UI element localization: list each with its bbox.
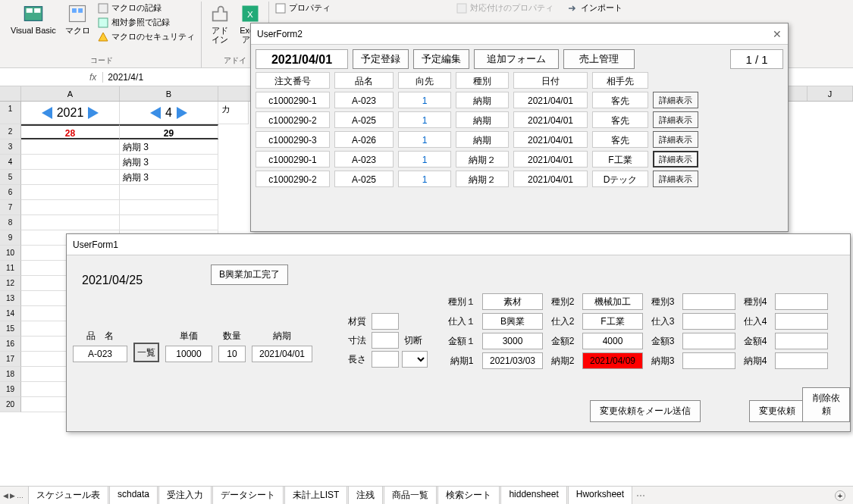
- grid-cell[interactable]: [120, 185, 218, 200]
- userform2-close-icon[interactable]: ✕: [773, 28, 782, 40]
- uf1-amt1-input[interactable]: [482, 333, 543, 349]
- uf2-detail-button[interactable]: 詳細表示: [653, 92, 698, 108]
- grid-cell[interactable]: 納期 3: [120, 139, 218, 155]
- new-sheet-button[interactable]: +: [835, 490, 845, 501]
- name-box[interactable]: [0, 70, 83, 84]
- row-header-6[interactable]: 6: [0, 185, 21, 200]
- uf2-register-button[interactable]: 予定登録: [353, 49, 409, 69]
- row-header-16[interactable]: 16: [0, 337, 21, 352]
- uf1-due1-input[interactable]: [482, 352, 543, 369]
- record-macro-button[interactable]: マクロの記録: [96, 2, 196, 14]
- import-button[interactable]: インポート: [566, 2, 624, 14]
- sheet-tab[interactable]: Hworksheet: [568, 486, 632, 505]
- row-header-4[interactable]: 4: [0, 155, 21, 170]
- grid-cell[interactable]: [120, 215, 218, 230]
- row-header-12[interactable]: 12: [0, 276, 21, 291]
- row-header-15[interactable]: 15: [0, 321, 21, 337]
- row-header-11[interactable]: 11: [0, 261, 21, 276]
- uf1-qty-input[interactable]: [218, 346, 246, 362]
- uf1-change-button[interactable]: 変更依頼: [749, 400, 805, 422]
- row-header-20[interactable]: 20: [0, 397, 21, 412]
- uf1-buy3-input[interactable]: [682, 313, 735, 330]
- relative-ref-button[interactable]: 相対参照で記録: [96, 16, 196, 29]
- uf1-cut-select[interactable]: [402, 351, 428, 368]
- uf1-dim-input[interactable]: [372, 332, 399, 349]
- uf1-delete-button[interactable]: 削除依頼: [802, 387, 850, 422]
- uf1-type2-input[interactable]: [582, 293, 643, 310]
- uf1-buy1-input[interactable]: [482, 313, 543, 330]
- sheet-tab[interactable]: 商品一覧: [384, 486, 437, 505]
- uf1-type4-input[interactable]: [775, 293, 828, 310]
- fx-icon[interactable]: fx: [83, 72, 103, 83]
- grid-cell[interactable]: [21, 139, 120, 155]
- uf2-detail-button[interactable]: 詳細表示: [653, 131, 698, 148]
- col-header-j[interactable]: J: [808, 86, 853, 101]
- grid-cell[interactable]: [21, 200, 120, 215]
- row-header-7[interactable]: 7: [0, 200, 21, 215]
- uf2-detail-button[interactable]: 詳細表示: [653, 151, 698, 167]
- sheet-tab[interactable]: スケジュール表: [28, 486, 108, 505]
- sheet-tab[interactable]: 注残: [348, 486, 383, 505]
- tab-nav-prev[interactable]: ▶: [10, 492, 15, 499]
- month-next-button[interactable]: [177, 107, 187, 119]
- uf1-len-input[interactable]: [372, 351, 399, 368]
- row-header-13[interactable]: 13: [0, 291, 21, 306]
- row-header-18[interactable]: 18: [0, 367, 21, 382]
- tab-nav-first[interactable]: ◀: [3, 492, 8, 499]
- select-all-cell[interactable]: [0, 86, 21, 101]
- uf2-sales-button[interactable]: 売上管理: [563, 49, 635, 69]
- row-header-14[interactable]: 14: [0, 306, 21, 321]
- uf1-amt4-input[interactable]: [775, 333, 828, 349]
- uf1-due4-input[interactable]: [775, 352, 828, 369]
- property-button[interactable]: プロパティ: [274, 2, 332, 14]
- uf1-list-button[interactable]: 一覧: [133, 343, 159, 362]
- uf1-type3-input[interactable]: [682, 293, 735, 310]
- uf1-mat-input[interactable]: [372, 313, 399, 330]
- uf2-edit-button[interactable]: 予定編集: [413, 49, 469, 69]
- uf1-due2-input[interactable]: [582, 352, 643, 369]
- uf1-bdone-button[interactable]: B興業加工完了: [211, 265, 288, 285]
- addin-button[interactable]: アド イン: [206, 2, 234, 45]
- macro-button[interactable]: マクロ: [62, 2, 93, 36]
- uf2-detail-button[interactable]: 詳細表示: [653, 111, 698, 128]
- month-prev-button[interactable]: [150, 107, 161, 119]
- uf2-addform-button[interactable]: 追加フォーム: [474, 49, 559, 69]
- grid-cell[interactable]: [21, 215, 120, 230]
- grid-cell[interactable]: 納期 3: [120, 155, 218, 170]
- visual-basic-button[interactable]: Visual Basic: [8, 2, 59, 36]
- row-header-9[interactable]: 9: [0, 230, 21, 246]
- year-prev-button[interactable]: [42, 107, 52, 119]
- sheet-tab[interactable]: 未計上LIST: [284, 486, 347, 505]
- row-header-3[interactable]: 3: [0, 139, 21, 155]
- sheet-tab[interactable]: 検索シート: [437, 486, 500, 505]
- row-header-2[interactable]: 2: [0, 124, 21, 139]
- uf1-type1-input[interactable]: [482, 293, 543, 310]
- uf1-amt2-input[interactable]: [582, 333, 643, 349]
- uf1-name-input[interactable]: [73, 346, 127, 362]
- col-header-a[interactable]: A: [21, 86, 120, 101]
- row-header-5[interactable]: 5: [0, 170, 21, 185]
- uf1-price-input[interactable]: [165, 346, 212, 362]
- uf1-buy4-input[interactable]: [775, 313, 828, 330]
- uf1-mail-button[interactable]: 変更依頼をメール送信: [590, 400, 701, 422]
- sheet-tab[interactable]: schdata: [109, 486, 158, 505]
- tab-nav-more[interactable]: …: [17, 492, 24, 499]
- grid-cell[interactable]: 納期 3: [120, 170, 218, 185]
- row-header-17[interactable]: 17: [0, 352, 21, 367]
- uf1-due-input[interactable]: [252, 346, 312, 362]
- grid-cell[interactable]: [21, 155, 120, 170]
- row-header-8[interactable]: 8: [0, 215, 21, 230]
- uf1-due3-input[interactable]: [682, 352, 735, 369]
- row-header-1[interactable]: 1: [0, 102, 21, 124]
- year-next-button[interactable]: [88, 107, 99, 119]
- tab-more-icon[interactable]: ⋯: [636, 490, 645, 501]
- grid-cell[interactable]: [120, 200, 218, 215]
- col-header-b[interactable]: B: [120, 86, 218, 101]
- row-header-10[interactable]: 10: [0, 246, 21, 261]
- sheet-tab[interactable]: 受注入力: [158, 486, 212, 505]
- grid-cell[interactable]: [21, 170, 120, 185]
- row-header-19[interactable]: 19: [0, 382, 21, 397]
- sheet-tab[interactable]: hiddensheet: [500, 486, 566, 505]
- sheet-tab[interactable]: データシート: [212, 486, 284, 505]
- macro-security-button[interactable]: マクロのセキュリティ: [96, 30, 196, 43]
